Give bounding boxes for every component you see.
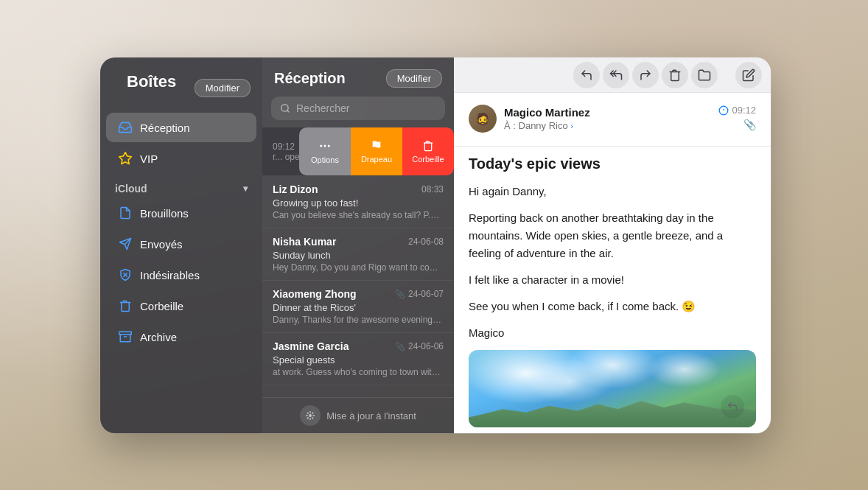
svg-point-13	[309, 415, 311, 416]
icloud-label: iCloud	[115, 183, 147, 195]
update-bar: Mise à jour à l'instant	[262, 397, 454, 433]
swipe-drapeau-label: Drapeau	[361, 155, 392, 164]
shield-icon	[118, 267, 133, 282]
swipe-drapeau-button[interactable]: Drapeau	[351, 127, 402, 175]
archive-icon	[118, 329, 133, 344]
body-line-1: Hi again Danny,	[469, 183, 756, 200]
sidebar-item-envoyes-label: Envoyés	[140, 238, 183, 251]
doc-icon	[118, 206, 133, 220]
body-line-5: Magico	[469, 324, 756, 342]
sidebar-modifier-button[interactable]: Modifier	[195, 79, 251, 97]
swipe-corbeille-label: Corbeille	[412, 155, 444, 164]
mail-item-nisha[interactable]: Nisha Kumar 24-06-08 Sunday lunch Hey Da…	[262, 228, 454, 281]
sidebar-item-indesirables[interactable]: Indésirables	[106, 260, 256, 290]
reading-toolbar	[454, 57, 771, 93]
reply-icon	[580, 69, 593, 82]
sidebar-item-corbeille[interactable]: Corbeille	[106, 291, 256, 321]
sidebar-item-vip-label: VIP	[140, 153, 158, 165]
swipe-options-label: Options	[311, 155, 339, 164]
svg-line-8	[287, 111, 290, 113]
mail-item-jasmine[interactable]: Jasmine Garcia 📎 24-06-06 Special guests…	[262, 333, 454, 385]
email-attachment-icon: 📎	[743, 119, 756, 130]
folder-icon	[698, 69, 711, 82]
folder-button[interactable]	[691, 62, 718, 88]
delete-button[interactable]	[662, 62, 688, 88]
mail-time-jasmine: 24-06-06	[408, 341, 444, 351]
reading-pane: 🧔 Magico Martinez À : Danny Rico ›	[454, 57, 771, 433]
swipe-corbeille-button[interactable]: Corbeille	[402, 127, 454, 175]
swipe-options-button[interactable]: Options	[299, 127, 351, 175]
recipient-name: Danny Rico	[519, 120, 568, 131]
sidebar: Boîtes Modifier Réception VIP i	[100, 57, 262, 433]
middle-modifier-button[interactable]: Modifier	[386, 69, 442, 88]
swiped-mail-row: 09:12 r... open... 📎 Options	[262, 127, 454, 175]
sidebar-item-brouillons-label: Brouillons	[140, 207, 189, 220]
mail-item-liz[interactable]: Liz Dizon 08:33 Growing up too fast! Can…	[262, 176, 454, 228]
mail-subject-nisha: Sunday lunch	[273, 250, 444, 261]
forward-icon	[639, 69, 652, 82]
chevron-icon: ›	[570, 122, 573, 130]
reply-all-button[interactable]	[603, 62, 629, 88]
svg-point-7	[281, 105, 288, 111]
mail-sender-liz: Liz Dizon	[273, 183, 318, 195]
mail-preview-jasmine: at work. Guess who's coming to town with…	[273, 367, 444, 377]
trash-icon	[118, 298, 133, 313]
image-reply-button[interactable]	[721, 395, 744, 419]
flag-icon	[371, 140, 382, 152]
middle-panel-title: Réception	[274, 70, 346, 87]
mail-time-nisha: 24-06-08	[408, 237, 444, 247]
search-icon	[280, 103, 290, 113]
sidebar-title: Boîtes	[112, 72, 191, 103]
mail-preview-xiaomeng: Danny, Thanks for the awesome evening! I…	[273, 315, 444, 325]
email-timestamp: 09:12	[732, 105, 756, 116]
update-label: Mise à jour à l'instant	[326, 410, 416, 421]
compose-button[interactable]	[735, 62, 762, 88]
sender-to: À : Danny Rico ›	[504, 120, 590, 131]
delete-trash-icon	[668, 69, 682, 82]
sidebar-item-indesirables-label: Indésirables	[140, 269, 200, 281]
update-icon	[300, 405, 321, 426]
forward-button[interactable]	[632, 62, 659, 88]
sidebar-item-archive[interactable]: Archive	[106, 322, 256, 351]
svg-point-11	[328, 144, 330, 147]
email-image	[469, 350, 756, 427]
body-line-4: See you when I come back, if I come back…	[469, 298, 756, 315]
attachment-icon-jasmine: 📎	[395, 342, 405, 351]
email-body: Hi again Danny, Reporting back on anothe…	[454, 172, 771, 344]
email-time: 09:12	[718, 105, 756, 116]
icloud-section-header: iCloud ▾	[100, 174, 262, 197]
search-bar[interactable]	[271, 97, 445, 120]
sidebar-item-archive-label: Archive	[140, 331, 177, 343]
mail-preview-liz: Can you believe she's already so tall? P…	[273, 210, 444, 220]
search-input[interactable]	[296, 102, 436, 114]
mail-time-xiaomeng: 24-06-07	[408, 289, 444, 299]
svg-marker-0	[119, 153, 132, 164]
mail-sender-xiaomeng: Xiaomeng Zhong	[273, 288, 357, 300]
sidebar-item-brouillons[interactable]: Brouillons	[106, 198, 256, 228]
info-icon	[718, 105, 729, 116]
image-reply-icon	[727, 401, 738, 413]
options-dots-icon	[318, 139, 332, 153]
email-subject: Today's epic views	[469, 155, 756, 172]
reply-button[interactable]	[573, 62, 600, 88]
mail-subject-jasmine: Special guests	[273, 354, 444, 365]
mail-time-liz: 08:33	[421, 184, 444, 195]
sender-avatar: 🧔	[469, 105, 497, 133]
email-header: 🧔 Magico Martinez À : Danny Rico ›	[454, 93, 771, 147]
mail-list: 09:12 r... open... 📎 Options	[262, 127, 454, 397]
svg-rect-5	[119, 332, 132, 335]
icloud-chevron-icon: ▾	[243, 183, 248, 194]
mail-item-xiaomeng[interactable]: Xiaomeng Zhong 📎 24-06-07 Dinner at the …	[262, 281, 454, 333]
mail-subject-xiaomeng: Dinner at the Ricos'	[273, 302, 444, 313]
mail-sender-nisha: Nisha Kumar	[273, 236, 336, 248]
sidebar-item-envoyes[interactable]: Envoyés	[106, 229, 256, 259]
sidebar-item-vip[interactable]: VIP	[106, 144, 256, 173]
svg-point-10	[324, 144, 326, 147]
compose-icon	[742, 69, 755, 82]
sidebar-item-reception[interactable]: Réception	[106, 113, 256, 142]
attachment-icon-xiaomeng: 📎	[395, 290, 405, 299]
sender-name: Magico Martinez	[504, 106, 590, 119]
sender-details: Magico Martinez À : Danny Rico ›	[504, 106, 590, 131]
email-content: 🧔 Magico Martinez À : Danny Rico ›	[454, 93, 771, 433]
email-meta: 09:12 📎	[718, 105, 756, 130]
